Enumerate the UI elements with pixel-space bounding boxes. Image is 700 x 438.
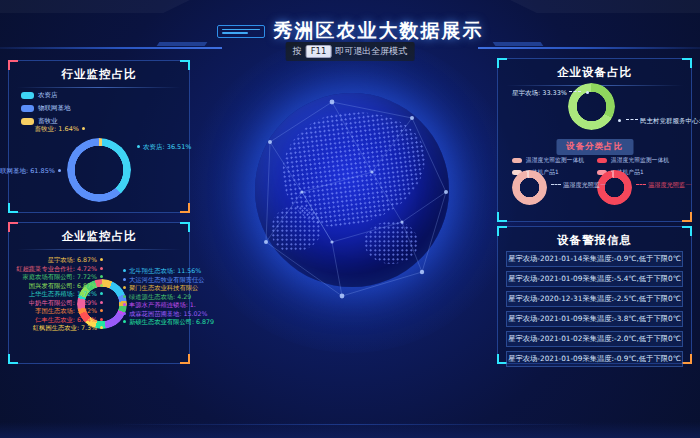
panel-industry-monitor: 行业监控占比 农资店物联网基地畜牧业 畜牧业: 1.64% 农资店: 36.51… — [8, 60, 190, 213]
pie-callout-label: 丰源水产养殖连锁场: 1. — [123, 301, 196, 309]
legend-swatch-icon — [512, 158, 522, 163]
pie-callout-label: 绿道源生态农场: 4.29 — [123, 293, 191, 301]
title-separator — [17, 249, 181, 250]
pie-callout-label: 国兴发有限公司: 6.87% — [29, 282, 103, 290]
pie-label-store: 农资店: 36.51% — [137, 143, 192, 152]
category-donut-left[interactable] — [512, 170, 547, 205]
panel-enterprise-monitor: 企业监控占比 星宇农场: 6.87%红超蔬菜专业合作社: 4.72%家庭农场有限… — [8, 222, 190, 364]
legend-label: 温湿度光照监测一体机 — [611, 156, 669, 165]
pie-callout-label: 北斗翔生态农场: 11.56% — [123, 267, 201, 275]
pie-callout-label: 中奶牛有限公司: 7.29% — [29, 299, 103, 307]
globe-continent — [271, 206, 321, 253]
panel-title: 企业监控占比 — [9, 223, 189, 244]
pie-callout-label: 李国生态农场: 3.42% — [35, 307, 103, 315]
globe-continent — [364, 221, 418, 264]
legend-label: 温湿度光照监测一体机 — [526, 156, 584, 165]
pie-label-farm: 星宇农场: 33.33% — [512, 89, 589, 98]
industry-donut-chart[interactable] — [67, 138, 131, 202]
pie-callout-label: 成霖花园苗圃基地: 15.02% — [123, 310, 208, 318]
pie-callout-label: 聚门生态农业科技有限公 — [123, 284, 198, 292]
panel-title: 设备警报信息 — [498, 227, 691, 248]
alarm-row: 星宇农场-2021-01-02采集温度:-2.0℃,低于下限0℃ — [506, 331, 683, 347]
panel-title: 行业监控占比 — [9, 61, 189, 82]
pie-callout-label: 红超蔬菜专业合作社: 4.72% — [16, 265, 103, 273]
top-right-band — [510, 0, 700, 13]
panel-title: 企业设备占比 — [498, 59, 691, 80]
device-category-title: 设备分类占比 — [556, 139, 633, 155]
legend-label: 农资店 — [38, 91, 58, 100]
legend-swatch-icon — [21, 92, 34, 99]
legend-label: 物联网基地 — [38, 104, 71, 113]
industry-legend: 农资店物联网基地畜牧业 — [21, 91, 71, 126]
alarm-row: 星宇农场-2021-01-14采集温度:-0.9℃,低于下限0℃ — [506, 251, 683, 267]
title-separator — [17, 87, 181, 88]
pie-callout-label: 红枫园生态农业: 7.3% — [33, 324, 103, 332]
pie-callout-label: 新硕生态农业有限公司: 6.879 — [123, 318, 214, 326]
legend-item[interactable]: 温湿度光照监测一体机 — [597, 156, 669, 165]
category-callout-right: 温湿度光照监一 — [636, 181, 691, 190]
dashboard: 秀洲区农业大数据展示 按 F11 即可退出全屏模式 行业监控占比 农资店物 — [0, 0, 700, 438]
panel-alarms: 设备警报信息 星宇农场-2021-01-14采集温度:-0.9℃,低于下限0℃星… — [497, 226, 692, 364]
legend-swatch-icon — [21, 118, 34, 125]
legend-swatch-icon — [21, 105, 34, 112]
pie-label-service-center: 民主村党群服务中心: — [618, 117, 700, 126]
legend-swatch-icon — [597, 158, 607, 163]
pie-callout-label: 星宇农场: 6.87% — [48, 256, 103, 264]
alarm-list: 星宇农场-2021-01-14采集温度:-0.9℃,低于下限0℃星宇农场-202… — [506, 251, 683, 367]
legend-item[interactable]: 物联网基地 — [21, 104, 71, 113]
alarm-row: 星宇农场-2021-01-09采集温度:-0.9℃,低于下限0℃ — [506, 351, 683, 367]
header-line-left — [0, 47, 222, 49]
brand-logo-icon — [217, 25, 265, 38]
globe-icon — [255, 93, 449, 287]
legend-item[interactable]: 温湿度光照监测一体机 — [512, 156, 584, 165]
alarm-row: 星宇农场-2020-12-31采集温度:-2.5℃,低于下限0℃ — [506, 291, 683, 307]
category-callout-left: 温湿度光照监一 — [551, 181, 606, 190]
pie-callout-label: 仁丰生态农业: 6.44% — [35, 316, 103, 324]
header-line-right — [478, 47, 700, 49]
pie-callout-label: 上华生态养殖场: 1.72% — [29, 290, 103, 298]
pie-label-iot: 物联网基地: 61.85% — [0, 167, 61, 176]
pie-label-livestock: 畜牧业: 1.64% — [35, 125, 85, 134]
top-left-band — [0, 0, 190, 13]
pie-callout-label: 家庭农场有限公司: 7.72% — [22, 273, 103, 281]
panel-equipment: 企业设备占比 星宇农场: 33.33% 民主村党群服务中心: 设备分类占比 温湿… — [497, 58, 692, 222]
alarm-row: 星宇农场-2021-01-09采集温度:-5.4℃,低于下限0℃ — [506, 271, 683, 287]
alarm-row: 星宇农场-2021-01-09采集温度:-3.8℃,低于下限0℃ — [506, 311, 683, 327]
legend-item[interactable]: 农资店 — [21, 91, 71, 100]
pie-callout-label: 大运河生态牧业有限责任公 — [123, 276, 205, 284]
footer-band — [0, 422, 700, 438]
